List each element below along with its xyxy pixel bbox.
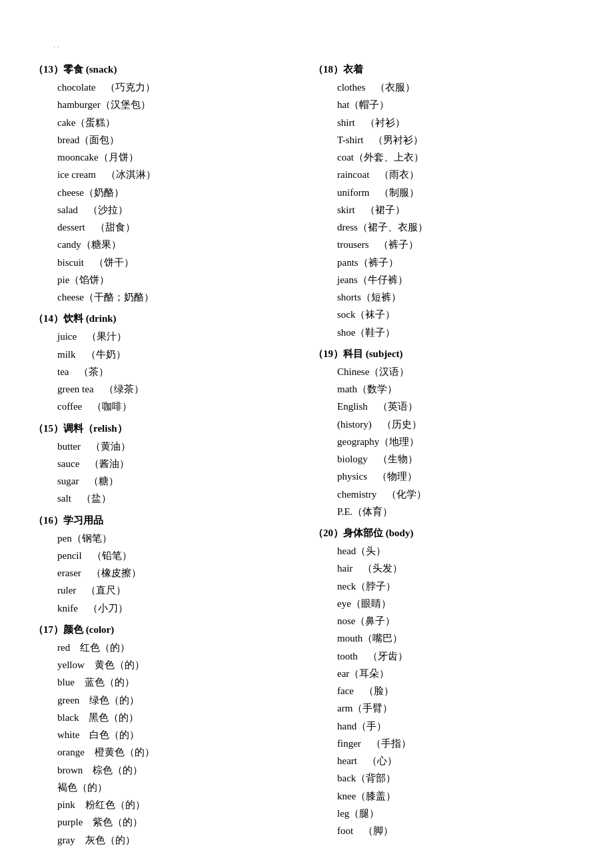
list-item: cheese（奶酪） [57,184,300,201]
list-item: ice cream （冰淇淋） [57,166,300,183]
list-item: pants（裤子） [337,254,580,271]
list-item: eraser （橡皮擦） [57,564,300,582]
list-item: chocolate （巧克力） [57,79,300,96]
list-item: biology （生物） [337,450,580,468]
list-item: head（头） [337,542,580,560]
list-item: trousers （裤子） [337,236,580,253]
list-item: shoe（鞋子） [337,324,580,341]
list-item: hat（帽子） [337,96,580,113]
list-item: brown 棕色（的） [57,761,300,779]
list-item: bread（面包） [57,131,300,149]
list-item: back（背部） [337,769,580,787]
section-title-section-19: （19）科目 (subject) [313,348,580,360]
list-item: English （英语） [337,398,580,415]
list-item: red 红色（的） [57,639,300,656]
list-item: cake（蛋糕） [57,114,300,131]
list-item: chemistry （化学） [337,486,580,503]
section-title-section-16: （16）学习用品 [33,514,300,527]
list-item: coat（外套、上衣） [337,149,580,166]
list-item: physics （物理） [337,468,580,485]
list-item: hair （头发） [337,560,580,577]
two-column-layout: （13）零食 (snack)chocolate （巧克力）hamburger（汉… [27,57,586,849]
section-title-section-17: （17）颜色 (color) [33,624,300,636]
list-item: green 绿色（的） [57,691,300,709]
list-item: mouth（嘴巴） [337,630,580,647]
list-item: juice （果汁） [57,328,300,345]
list-item: pencil （铅笔） [57,547,300,564]
section-title-section-14: （14）饮料 (drink) [33,312,300,325]
list-item: ear（耳朵） [337,665,580,682]
list-item: candy（糖果） [57,236,300,253]
list-item: sauce （酱油） [57,455,300,472]
list-item: geography（地理） [337,433,580,450]
list-item: tooth （牙齿） [337,648,580,665]
list-item: sock（袜子） [337,306,580,323]
list-item: yellow 黄色（的） [57,656,300,673]
list-item: tea （茶） [57,363,300,380]
list-item: milk （牛奶） [57,346,300,363]
list-item: jeans（牛仔裤） [337,271,580,288]
list-item: shirt （衬衫） [337,114,580,131]
list-item: P.E.（体育） [337,503,580,520]
list-item: shorts（短裤） [337,288,580,306]
list-item: T-shirt （男衬衫） [337,131,580,149]
list-item: orange 橙黄色（的） [57,743,300,761]
list-item: pen（钢笔） [57,530,300,547]
list-item: purple 紫色（的） [57,813,300,831]
section-title-section-18: （18）衣着 [313,63,580,76]
list-item: pink 粉红色（的） [57,796,300,813]
list-item: hamburger（汉堡包） [57,96,300,113]
list-item: heart （心） [337,752,580,769]
page: . . （13）零食 (snack)chocolate （巧克力）hamburg… [27,40,586,868]
list-item: skirt （裙子） [337,201,580,218]
list-item: 褐色（的） [57,779,300,796]
list-item: coffee （咖啡） [57,398,300,415]
list-item: (history) （历史） [337,416,580,433]
dots: . . [53,40,586,50]
list-item: uniform （制服） [337,184,580,201]
list-item: green tea （绿茶） [57,380,300,398]
section-title-section-20: （20）身体部位 (body) [313,527,580,540]
list-item: clothes （衣服） [337,79,580,96]
list-item: pie（馅饼） [57,271,300,288]
list-item: leg（腿） [337,805,580,822]
list-item: math（数学） [337,380,580,398]
right-column: （18）衣着clothes （衣服）hat（帽子）shirt （衬衫）T-shi… [306,57,586,849]
section-title-section-15: （15）调料（relish） [33,422,300,435]
list-item: sugar （糖） [57,472,300,490]
list-item: finger （手指） [337,735,580,752]
list-item: cheese（干酪；奶酪） [57,288,300,306]
left-column: （13）零食 (snack)chocolate （巧克力）hamburger（汉… [27,57,306,849]
list-item: foot （脚） [337,822,580,839]
list-item: mooncake（月饼） [57,149,300,166]
list-item: biscuit （饼干） [57,254,300,271]
list-item: neck（脖子） [337,578,580,595]
section-title-section-13: （13）零食 (snack) [33,63,300,76]
list-item: nose（鼻子） [337,612,580,630]
list-item: ruler （直尺） [57,582,300,599]
list-item: butter （黄油） [57,438,300,455]
list-item: eye（眼睛） [337,595,580,612]
list-item: dress（裙子、衣服） [337,218,580,236]
list-item: gray 灰色（的） [57,831,300,849]
list-item: face （脸） [337,682,580,699]
list-item: black 黑色（的） [57,709,300,726]
list-item: salad （沙拉） [57,201,300,218]
list-item: raincoat （雨衣） [337,166,580,183]
list-item: hand（手） [337,717,580,735]
list-item: Chinese（汉语） [337,363,580,380]
list-item: blue 蓝色（的） [57,673,300,691]
list-item: white 白色（的） [57,726,300,743]
list-item: knife （小刀） [57,600,300,617]
list-item: knee（膝盖） [337,787,580,805]
list-item: salt （盐） [57,490,300,507]
list-item: arm（手臂） [337,699,580,717]
list-item: dessert （甜食） [57,218,300,236]
